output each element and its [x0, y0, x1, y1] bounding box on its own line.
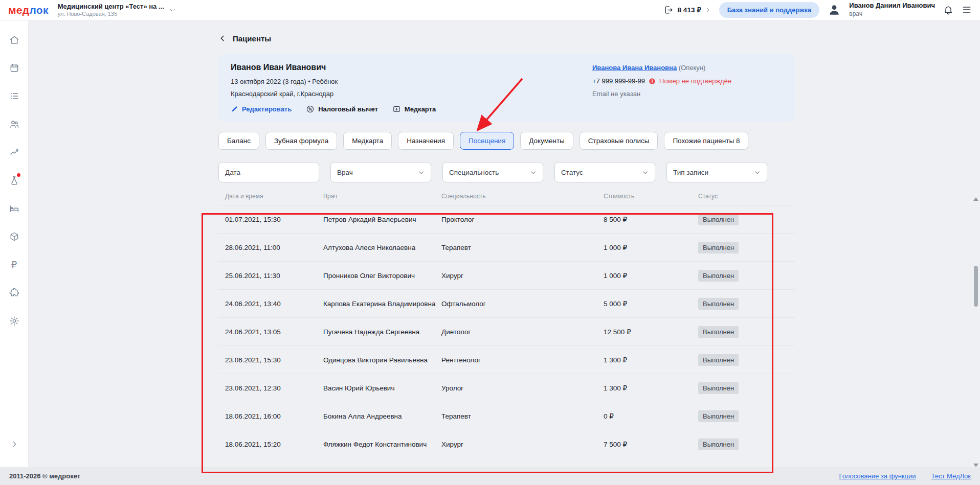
- guardian-row: Иванова Ивана Ивановна (Опекун): [592, 64, 783, 72]
- app-logo[interactable]: медлок: [8, 5, 49, 15]
- status-badge: Выполнен: [698, 410, 739, 422]
- visits-filters: Дата Врач Специальность Статус Тип запис…: [218, 162, 795, 182]
- visit-datetime: 28.06.2021, 11:00: [225, 244, 323, 251]
- balance-amount: 8 413 ₽: [678, 6, 701, 14]
- sidebar-item-laboratory[interactable]: [0, 166, 28, 194]
- table-row[interactable]: 24.06.2021, 13:05 Пугачева Надежда Серге…: [218, 317, 795, 345]
- feature-voting-link[interactable]: Голосование за функции: [839, 472, 916, 480]
- sidebar-item-analytics[interactable]: [0, 138, 28, 166]
- tab-dental-formula[interactable]: Зубная формула: [265, 132, 337, 150]
- checklist-icon: [9, 91, 19, 101]
- tab-prescriptions[interactable]: Назначения: [398, 132, 454, 150]
- medcard-button[interactable]: Медкарта: [392, 105, 436, 113]
- patient-address: Краснодарский край, г.Краснодар: [231, 90, 592, 98]
- visit-specialty: Офтальмолог: [441, 300, 604, 308]
- visit-specialty: Рентгенолог: [441, 356, 604, 364]
- visit-datetime: 01.07.2021, 15:30: [225, 216, 323, 223]
- user-name: Иванов Даниил Иванович: [849, 2, 935, 10]
- clinic-switcher[interactable]: Медицинский центр «Тест» на ... ул. Ново…: [58, 3, 175, 18]
- record-type-filter-select[interactable]: Тип записи: [666, 162, 767, 182]
- medcard-icon: [392, 105, 401, 113]
- chevron-down-icon: [169, 7, 175, 13]
- hamburger-icon: [962, 5, 972, 15]
- status-badge: Выполнен: [698, 326, 739, 338]
- visit-datetime: 23.06.2021, 12:30: [225, 384, 323, 392]
- knowledge-base-button[interactable]: База знаний и поддержка: [719, 2, 820, 18]
- notifications-button[interactable]: [943, 5, 953, 15]
- patient-birth-info: 13 октября 2022 (3 года) • Ребёнок: [231, 78, 592, 85]
- table-row[interactable]: 24.06.2021, 13:40 Карпова Екатерина Влад…: [218, 289, 795, 317]
- scroll-down-arrow[interactable]: [973, 464, 978, 467]
- table-row[interactable]: 18.06.2021, 15:20 Фляжкин Федот Констант…: [218, 430, 795, 458]
- col-specialty: Специальность: [441, 193, 604, 200]
- page-title: Пациенты: [233, 34, 271, 43]
- clinic-address: ул. Ново-Садовая, 135: [58, 11, 164, 18]
- visit-cost: 1 300 ₽: [604, 384, 698, 392]
- tax-deduction-button[interactable]: Налоговый вычет: [306, 105, 378, 113]
- visit-cost: 1 000 ₽: [604, 243, 698, 251]
- sidebar-item-finance[interactable]: ₽: [0, 250, 28, 279]
- people-icon: [9, 119, 19, 129]
- tab-insurance[interactable]: Страховые полисы: [580, 132, 658, 150]
- back-button[interactable]: [218, 34, 227, 42]
- table-scrollbar[interactable]: [973, 197, 979, 467]
- tab-medcard[interactable]: Медкарта: [343, 132, 392, 150]
- test-medlok-link[interactable]: Тест МедЛок: [931, 472, 971, 480]
- visit-datetime: 24.06.2021, 13:05: [225, 328, 323, 336]
- visit-specialty: Терапевт: [441, 412, 604, 420]
- user-info[interactable]: Иванов Даниил Иванович врач: [849, 2, 935, 18]
- status-badge: Выполнен: [698, 298, 739, 310]
- user-role: врач: [849, 10, 935, 18]
- sidebar-item-schedule[interactable]: [0, 54, 28, 82]
- visit-specialty: Терапевт: [441, 244, 604, 251]
- date-filter-input[interactable]: Дата: [218, 162, 319, 182]
- sidebar-item-home[interactable]: [0, 26, 28, 54]
- tax-deduction-icon: [306, 105, 315, 113]
- scroll-up-arrow[interactable]: [973, 197, 978, 201]
- tab-visits[interactable]: Посещения: [460, 132, 514, 150]
- sidebar-item-settings[interactable]: [0, 307, 28, 335]
- visit-specialty: Проктолог: [441, 216, 604, 223]
- col-cost: Стоимость: [604, 193, 698, 200]
- phone-warning: Номер не подтверждён: [659, 77, 731, 85]
- table-row[interactable]: 23.06.2021, 12:30 Васин Юрий Юрьевич Уро…: [218, 374, 795, 402]
- visit-specialty: Уролог: [441, 384, 604, 392]
- table-row[interactable]: 01.07.2021, 15:30 Петров Аркадий Валерье…: [218, 205, 795, 233]
- guardian-link[interactable]: Иванова Ивана Ивановна: [592, 64, 677, 72]
- table-row[interactable]: 18.06.2021, 16:00 Бокина Алла Андреевна …: [218, 402, 795, 430]
- table-row[interactable]: 28.06.2021, 11:00 Алтухова Алеся Николае…: [218, 233, 795, 261]
- doctor-filter-select[interactable]: Врач: [330, 162, 431, 182]
- visit-datetime: 18.06.2021, 16:00: [225, 412, 323, 420]
- specialty-filter-select[interactable]: Специальность: [442, 162, 543, 182]
- tab-documents[interactable]: Документы: [520, 132, 573, 150]
- sidebar-expand-button[interactable]: [0, 430, 28, 458]
- sidebar-item-tasks[interactable]: [0, 82, 28, 110]
- sidebar-item-integrations[interactable]: [0, 279, 28, 307]
- visit-datetime: 23.06.2021, 15:30: [225, 356, 323, 364]
- scrollbar-thumb[interactable]: [974, 266, 978, 307]
- visit-doctor: Одинцова Виктория Равильевна: [323, 356, 441, 364]
- chevron-right-icon: [10, 440, 18, 448]
- edit-patient-button[interactable]: Редактировать: [231, 105, 292, 113]
- menu-button[interactable]: [962, 5, 972, 15]
- ruble-icon: ₽: [11, 259, 17, 270]
- tab-balance[interactable]: Баланс: [218, 132, 259, 150]
- tab-similar-patients[interactable]: Похожие пациенты 8: [664, 132, 748, 150]
- sidebar-item-patients[interactable]: [0, 110, 28, 138]
- balance-widget[interactable]: 8 413 ₽: [664, 5, 711, 15]
- table-row[interactable]: 23.06.2021, 15:30 Одинцова Виктория Рави…: [218, 345, 795, 374]
- pencil-icon: [231, 105, 238, 113]
- status-badge: Выполнен: [698, 354, 739, 366]
- sidebar-item-inpatient[interactable]: [0, 194, 28, 222]
- table-row[interactable]: 25.06.2021, 11:30 Пронников Олег Викторо…: [218, 261, 795, 289]
- status-filter-select[interactable]: Статус: [554, 162, 655, 182]
- notification-dot: [17, 173, 20, 177]
- sidebar-item-warehouse[interactable]: [0, 222, 28, 250]
- visit-cost: 1 000 ₽: [604, 271, 698, 280]
- user-avatar[interactable]: [828, 3, 841, 16]
- chart-line-icon: [9, 147, 19, 157]
- chevron-down-icon: [754, 169, 761, 176]
- box-icon: [9, 232, 19, 242]
- table-header: Дата и время Врач Специальность Стоимост…: [218, 193, 795, 205]
- calendar-icon: [9, 63, 19, 73]
